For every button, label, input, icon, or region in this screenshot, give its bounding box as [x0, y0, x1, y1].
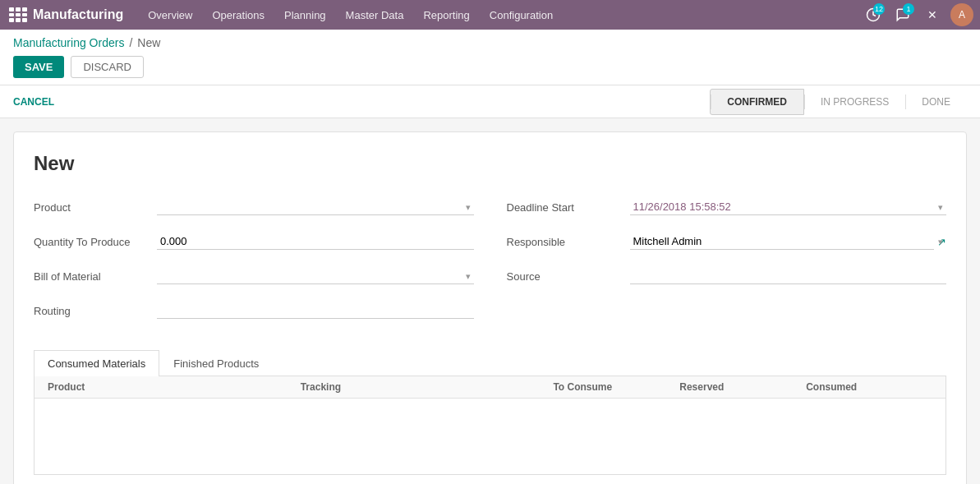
form-title: New	[34, 152, 946, 175]
apps-icon[interactable]	[7, 5, 26, 25]
breadcrumb-parent[interactable]: Manufacturing Orders	[13, 36, 124, 49]
close-icon: ✕	[927, 8, 937, 21]
source-input[interactable]	[630, 268, 947, 284]
status-steps: CONFIRMED IN PROGRESS DONE	[710, 89, 967, 115]
save-button[interactable]: SAVE	[13, 56, 64, 78]
deadline-row: Deadline Start	[507, 195, 947, 219]
breadcrumb-current: New	[137, 36, 160, 49]
source-row: Source	[507, 264, 947, 288]
nav-reporting[interactable]: Reporting	[415, 4, 477, 26]
routing-row: Routing	[34, 298, 474, 323]
action-buttons: SAVE DISCARD	[13, 56, 967, 78]
col-consumed: Consumed	[806, 381, 932, 393]
step-confirmed[interactable]: CONFIRMED	[710, 89, 804, 115]
source-field	[630, 268, 947, 284]
tabs-section: Consumed Materials Finished Products Pro…	[34, 349, 946, 475]
responsible-row: Responsible ↗	[507, 229, 947, 254]
navbar-right: 12 1 ✕ A	[862, 3, 973, 26]
bom-field[interactable]	[157, 268, 474, 284]
routing-label: Routing	[34, 305, 157, 317]
responsible-input[interactable]	[630, 233, 935, 250]
bom-label: Bill of Material	[34, 270, 157, 283]
step-in-progress[interactable]: IN PROGRESS	[804, 90, 905, 114]
top-navbar: Manufacturing Overview Operations Planni…	[0, 0, 980, 30]
status-bar: CANCEL CONFIRMED IN PROGRESS DONE	[0, 85, 980, 118]
responsible-field[interactable]: ↗	[630, 233, 947, 250]
chat-icon-btn[interactable]: 1	[891, 3, 914, 26]
notifications-badge: 12	[873, 3, 885, 15]
routing-field	[157, 302, 474, 319]
col-to-consume: To Consume	[553, 381, 679, 393]
app-name: Manufacturing	[33, 7, 123, 22]
responsible-label: Responsible	[507, 236, 630, 248]
sub-header: Manufacturing Orders / New SAVE DISCARD	[0, 30, 980, 85]
product-field[interactable]	[157, 199, 474, 215]
tab-consumed-materials[interactable]: Consumed Materials	[34, 350, 159, 376]
source-label: Source	[507, 270, 630, 283]
col-tracking: Tracking	[301, 381, 554, 393]
close-icon-btn[interactable]: ✕	[921, 3, 944, 26]
product-input[interactable]	[157, 199, 474, 215]
form-left: Product Quantity To Produce Bill of Mate…	[34, 195, 474, 333]
form-grid: Product Quantity To Produce Bill of Mate…	[34, 195, 946, 333]
col-product: Product	[48, 381, 301, 393]
deadline-label: Deadline Start	[507, 201, 630, 214]
breadcrumb-separator: /	[129, 36, 132, 49]
quantity-row: Quantity To Produce	[34, 229, 474, 254]
messages-badge: 1	[903, 3, 914, 15]
quantity-input[interactable]	[157, 233, 474, 250]
col-reserved: Reserved	[679, 381, 806, 393]
nav-configuration[interactable]: Configuration	[481, 4, 561, 26]
nav-planning[interactable]: Planning	[276, 4, 334, 26]
product-row: Product	[34, 195, 474, 219]
tab-finished-products[interactable]: Finished Products	[159, 350, 273, 376]
table-body	[35, 399, 945, 464]
deadline-input[interactable]	[630, 199, 947, 215]
form-card: New Product Quantity To Produce Bil	[13, 131, 967, 484]
quantity-label: Quantity To Produce	[34, 236, 157, 248]
routing-input[interactable]	[157, 302, 474, 319]
main-content: New Product Quantity To Produce Bil	[0, 118, 980, 484]
nav-operations[interactable]: Operations	[204, 4, 273, 26]
table-header: Product Tracking To Consume Reserved Con…	[35, 376, 945, 399]
nav-master-data[interactable]: Master Data	[338, 4, 412, 26]
tab-content: Product Tracking To Consume Reserved Con…	[34, 376, 946, 475]
nav-overview[interactable]: Overview	[140, 4, 200, 26]
breadcrumb: Manufacturing Orders / New	[13, 36, 967, 49]
avatar[interactable]: A	[950, 3, 973, 26]
deadline-field[interactable]	[630, 199, 947, 215]
cancel-button[interactable]: CANCEL	[13, 96, 54, 108]
bom-input[interactable]	[157, 268, 474, 284]
form-right: Deadline Start Responsible ↗ Source	[507, 195, 947, 333]
bom-row: Bill of Material	[34, 264, 474, 288]
external-link-icon[interactable]: ↗	[937, 236, 946, 248]
main-nav: Overview Operations Planning Master Data…	[140, 4, 862, 26]
quantity-field	[157, 233, 474, 250]
step-done[interactable]: DONE	[905, 90, 967, 114]
product-label: Product	[34, 201, 157, 214]
discard-button[interactable]: DISCARD	[71, 56, 144, 78]
tab-list: Consumed Materials Finished Products	[34, 349, 946, 376]
clock-icon-btn[interactable]: 12	[862, 3, 885, 26]
